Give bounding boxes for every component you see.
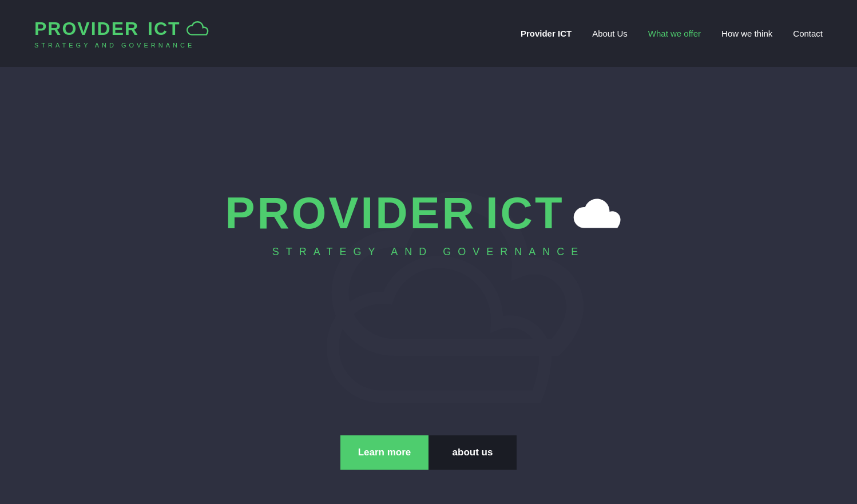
learn-more-button[interactable]: Learn more about us: [340, 435, 517, 470]
hero-logo: PROVIDER ICT STRATEGY AND GOVERNANCE: [225, 187, 632, 258]
cta-green-half: Learn more: [340, 435, 428, 470]
hero-provider-text: PROVIDER: [225, 187, 476, 239]
hero-bg-cloud-icon: [320, 131, 629, 440]
hero-cloud-icon: [569, 191, 632, 236]
header-tagline: STRATEGY AND GOVERNANCE: [34, 42, 195, 49]
site-header: PROVIDER ICT STRATEGY AND GOVERNANCE Pro…: [0, 0, 857, 67]
nav-item-provider-ict[interactable]: Provider ICT: [521, 29, 572, 38]
logo-provider-text: PROVIDER: [34, 18, 139, 39]
nav-item-contact[interactable]: Contact: [793, 29, 823, 38]
nav-item-about-us[interactable]: About Us: [592, 29, 628, 38]
hero-section: PROVIDER ICT STRATEGY AND GOVERNANCE Lea…: [0, 67, 857, 504]
hero-ict-text: ICT: [486, 187, 565, 239]
hero-cta-area: Learn more about us: [340, 435, 517, 470]
hero-tagline: STRATEGY AND GOVERNANCE: [272, 246, 585, 258]
nav-item-what-we-offer[interactable]: What we offer: [648, 29, 701, 38]
logo-cloud-icon: [185, 19, 213, 39]
cta-dark-half: about us: [428, 435, 517, 470]
header-logo[interactable]: PROVIDER ICT STRATEGY AND GOVERNANCE: [34, 18, 213, 49]
main-nav: Provider ICT About Us What we offer How …: [521, 29, 823, 38]
logo-ict-text: ICT: [141, 18, 180, 39]
cta-left-text: Learn more: [358, 447, 411, 458]
cta-right-text: about us: [453, 447, 493, 458]
nav-item-how-we-think[interactable]: How we think: [721, 29, 772, 38]
